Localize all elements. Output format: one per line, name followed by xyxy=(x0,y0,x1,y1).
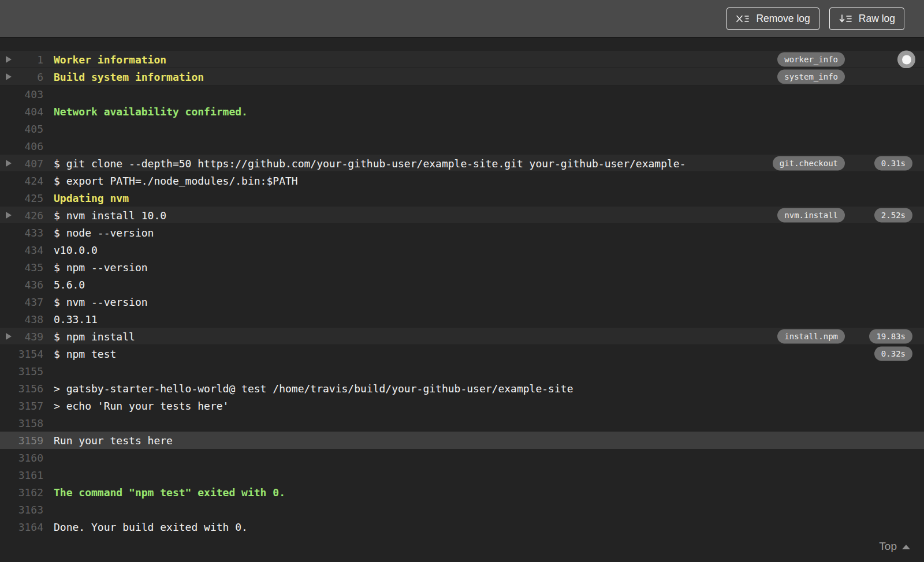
line-number[interactable]: 1 xyxy=(17,54,43,66)
log-toolbar: Remove log Raw log xyxy=(0,0,924,38)
log-line-text: Worker information xyxy=(54,54,166,66)
fold-toggle-icon[interactable] xyxy=(6,160,12,167)
log-line-text: $ export PATH=./node_modules/.bin:$PATH xyxy=(54,175,298,187)
line-number[interactable]: 3154 xyxy=(17,348,43,360)
log-row: 3161 xyxy=(0,466,924,484)
log-line-text: Done. Your build exited with 0. xyxy=(54,521,248,533)
remove-log-icon xyxy=(736,14,750,24)
log-row: 424$ export PATH=./node_modules/.bin:$PA… xyxy=(0,172,924,189)
log-row: 4365.6.0 xyxy=(0,276,924,293)
log-line-text: $ node --version xyxy=(54,227,154,239)
log-row: 3164Done. Your build exited with 0. xyxy=(0,518,924,535)
line-number[interactable]: 434 xyxy=(17,244,43,256)
line-number[interactable]: 425 xyxy=(17,192,43,204)
chevron-up-icon xyxy=(902,545,910,549)
line-number[interactable]: 407 xyxy=(17,158,43,170)
fold-tag-badge: git.checkout xyxy=(773,156,845,171)
raw-log-label: Raw log xyxy=(859,13,895,25)
log-line-text: 5.6.0 xyxy=(54,279,85,291)
line-number[interactable]: 403 xyxy=(17,88,43,100)
log-line-text: Build system information xyxy=(54,71,204,83)
log-line-text: $ nvm install 10.0 xyxy=(54,209,166,222)
fold-arrow-cell xyxy=(0,160,17,167)
scroll-to-top-label: Top xyxy=(879,540,897,553)
scroll-to-top-link[interactable]: Top xyxy=(879,540,910,553)
duration-badge: 0.32s xyxy=(874,347,912,361)
log-row: 405 xyxy=(0,120,924,137)
fold-tag-badge: nvm.install xyxy=(777,208,845,223)
line-number[interactable]: 3162 xyxy=(17,486,43,499)
log-line-text: Network availability confirmed. xyxy=(54,106,248,118)
log-row: 407$ git clone --depth=50 https://github… xyxy=(0,155,924,172)
log-row: 3160 xyxy=(0,449,924,466)
line-number[interactable]: 406 xyxy=(17,140,43,152)
log-row: 3157> echo 'Run your tests here' xyxy=(0,397,924,414)
fold-toggle-icon[interactable] xyxy=(6,73,12,80)
line-number[interactable]: 3157 xyxy=(17,400,43,412)
log-row: 403 xyxy=(0,85,924,103)
log-line-text: The command "npm test" exited with 0. xyxy=(54,486,285,499)
line-number[interactable]: 437 xyxy=(17,296,43,308)
log-row: 437$ nvm --version xyxy=(0,293,924,310)
log-row: 426$ nvm install 10.0nvm.install2.52s xyxy=(0,207,924,224)
remove-log-button[interactable]: Remove log xyxy=(726,8,819,30)
fold-arrow-cell xyxy=(0,73,17,80)
log-row: 3162The command "npm test" exited with 0… xyxy=(0,484,924,501)
log-row: 3155 xyxy=(0,362,924,380)
line-number[interactable]: 424 xyxy=(17,175,43,187)
log-line-text: > echo 'Run your tests here' xyxy=(54,400,229,412)
log-row: 3159Run your tests here xyxy=(0,432,924,449)
fold-toggle-icon[interactable] xyxy=(6,56,12,63)
line-number[interactable]: 439 xyxy=(17,331,43,343)
log-row: 6Build system informationsystem_info xyxy=(0,68,924,85)
line-number[interactable]: 6 xyxy=(17,71,43,83)
line-number[interactable]: 3163 xyxy=(17,504,43,516)
log-row: 3156> gatsby-starter-hello-world@ test /… xyxy=(0,380,924,397)
line-number[interactable]: 404 xyxy=(17,106,43,118)
line-number[interactable]: 433 xyxy=(17,227,43,239)
line-number[interactable]: 3155 xyxy=(17,365,43,377)
fold-arrow-cell xyxy=(0,212,17,219)
line-number[interactable]: 3161 xyxy=(17,469,43,481)
duration-badge: 2.52s xyxy=(874,208,912,223)
log-line-text: 0.33.11 xyxy=(54,313,98,325)
log-line-text: v10.0.0 xyxy=(54,244,98,256)
line-number[interactable]: 3164 xyxy=(17,521,43,533)
log-line-text: Updating nvm xyxy=(54,192,129,204)
log-row: 406 xyxy=(0,137,924,155)
duration-badge: 19.83s xyxy=(869,329,912,344)
line-number[interactable]: 426 xyxy=(17,209,43,222)
line-number[interactable]: 438 xyxy=(17,313,43,325)
line-number[interactable]: 3160 xyxy=(17,452,43,464)
raw-log-icon xyxy=(839,14,852,24)
log-row: 404Network availability confirmed. xyxy=(0,103,924,120)
line-number[interactable]: 405 xyxy=(17,123,43,135)
log-line-text: $ nvm --version xyxy=(54,296,148,308)
fold-arrow-cell xyxy=(0,56,17,63)
log-row: 433$ node --version xyxy=(0,224,924,241)
log-row: 1Worker informationworker_info xyxy=(0,51,924,68)
log-line-text: Run your tests here xyxy=(54,434,173,447)
fold-arrow-cell xyxy=(0,333,17,340)
duration-badge: 0.31s xyxy=(874,156,912,171)
fold-toggle-icon[interactable] xyxy=(6,333,12,340)
line-number[interactable]: 3158 xyxy=(17,417,43,429)
fold-tag-badge: install.npm xyxy=(777,329,845,344)
line-number[interactable]: 436 xyxy=(17,279,43,291)
line-number[interactable]: 435 xyxy=(17,261,43,273)
log-scroll-knob-icon[interactable] xyxy=(897,51,915,69)
log-row: 3158 xyxy=(0,414,924,432)
log-line-text: > gatsby-starter-hello-world@ test /home… xyxy=(54,383,573,395)
log-row: 3154$ npm test0.32s xyxy=(0,345,924,362)
remove-log-label: Remove log xyxy=(756,13,810,25)
log-line-text: $ npm test xyxy=(54,348,116,360)
fold-tag-badge: worker_info xyxy=(777,53,845,67)
log-row: 439$ npm installinstall.npm19.83s xyxy=(0,328,924,345)
raw-log-button[interactable]: Raw log xyxy=(829,8,904,30)
line-number[interactable]: 3159 xyxy=(17,434,43,447)
log-rows: 1Worker informationworker_info6Build sys… xyxy=(0,51,924,535)
log-row: 4380.33.11 xyxy=(0,310,924,328)
line-number[interactable]: 3156 xyxy=(17,383,43,395)
fold-toggle-icon[interactable] xyxy=(6,212,12,219)
log-row: 434v10.0.0 xyxy=(0,241,924,258)
